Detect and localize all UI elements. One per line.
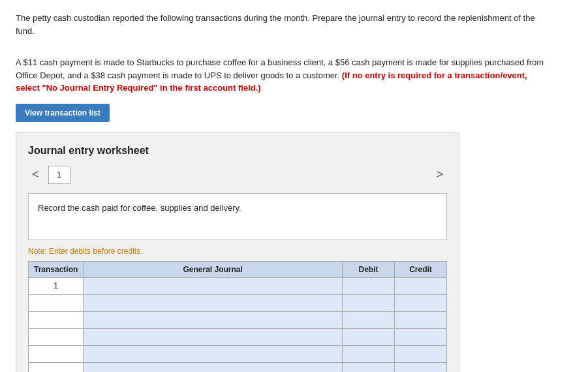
debit-input[interactable] — [345, 366, 392, 372]
credit-cell[interactable] — [395, 277, 447, 294]
debit-input[interactable] — [345, 349, 392, 358]
nav-row: < 1 > — [28, 166, 447, 184]
col-header-debit: Debit — [343, 261, 395, 277]
general-journal-cell[interactable] — [84, 277, 343, 294]
credit-input[interactable] — [397, 349, 444, 358]
debit-cell[interactable] — [343, 345, 395, 362]
debit-input[interactable] — [345, 332, 392, 341]
credit-input[interactable] — [397, 366, 444, 372]
credit-cell[interactable] — [395, 294, 447, 311]
transaction-cell — [29, 362, 84, 372]
note-text: Note: Enter debits before credits. — [28, 247, 447, 256]
general-journal-cell[interactable] — [84, 311, 343, 328]
nav-number: 1 — [57, 170, 61, 179]
col-header-general-journal: General Journal — [84, 261, 343, 277]
general-journal-input[interactable] — [86, 332, 339, 341]
debit-input[interactable] — [345, 315, 392, 324]
general-journal-cell[interactable] — [84, 362, 343, 372]
intro-paragraph2: A $11 cash payment is made to Starbucks … — [16, 56, 551, 95]
table-row — [29, 328, 447, 345]
credit-input[interactable] — [397, 332, 444, 341]
debit-input[interactable] — [345, 298, 392, 307]
view-transaction-list-button[interactable]: View transaction list — [16, 104, 110, 122]
general-journal-cell[interactable] — [84, 345, 343, 362]
credit-cell[interactable] — [395, 311, 447, 328]
debit-cell[interactable] — [343, 328, 395, 345]
transaction-cell: 1 — [29, 277, 84, 294]
credit-input[interactable] — [397, 281, 444, 290]
debit-cell[interactable] — [343, 277, 395, 294]
debit-input[interactable] — [345, 281, 392, 290]
journal-table: Transaction General Journal Debit Credit… — [28, 261, 447, 373]
credit-cell[interactable] — [395, 345, 447, 362]
transaction-cell — [29, 294, 84, 311]
credit-cell[interactable] — [395, 328, 447, 345]
table-row — [29, 294, 447, 311]
general-journal-input[interactable] — [86, 315, 339, 324]
description-text: Record the cash paid for coffee, supplie… — [38, 203, 241, 213]
transaction-cell — [29, 328, 84, 345]
nav-number-box: 1 — [48, 166, 70, 184]
credit-cell[interactable] — [395, 362, 447, 372]
credit-input[interactable] — [397, 315, 444, 324]
transaction-cell — [29, 345, 84, 362]
general-journal-cell[interactable] — [84, 328, 343, 345]
description-box: Record the cash paid for coffee, supplie… — [28, 193, 447, 240]
table-row — [29, 345, 447, 362]
worksheet-title: Journal entry worksheet — [28, 145, 447, 157]
table-row — [29, 362, 447, 372]
general-journal-input[interactable] — [86, 349, 339, 358]
general-journal-input[interactable] — [86, 281, 339, 290]
debit-cell[interactable] — [343, 311, 395, 328]
debit-cell[interactable] — [343, 362, 395, 372]
general-journal-input[interactable] — [86, 366, 339, 372]
general-journal-input[interactable] — [86, 298, 339, 307]
nav-left-arrow[interactable]: < — [28, 166, 43, 183]
col-header-transaction: Transaction — [29, 261, 84, 277]
worksheet-container: Journal entry worksheet < 1 > Record the… — [16, 132, 459, 373]
table-row — [29, 311, 447, 328]
nav-right-arrow[interactable]: > — [432, 166, 447, 183]
intro-paragraph1: The petty cash custodian reported the fo… — [16, 12, 551, 37]
table-row: 1 — [29, 277, 447, 294]
debit-cell[interactable] — [343, 294, 395, 311]
general-journal-cell[interactable] — [84, 294, 343, 311]
credit-input[interactable] — [397, 298, 444, 307]
transaction-cell — [29, 311, 84, 328]
col-header-credit: Credit — [395, 261, 447, 277]
